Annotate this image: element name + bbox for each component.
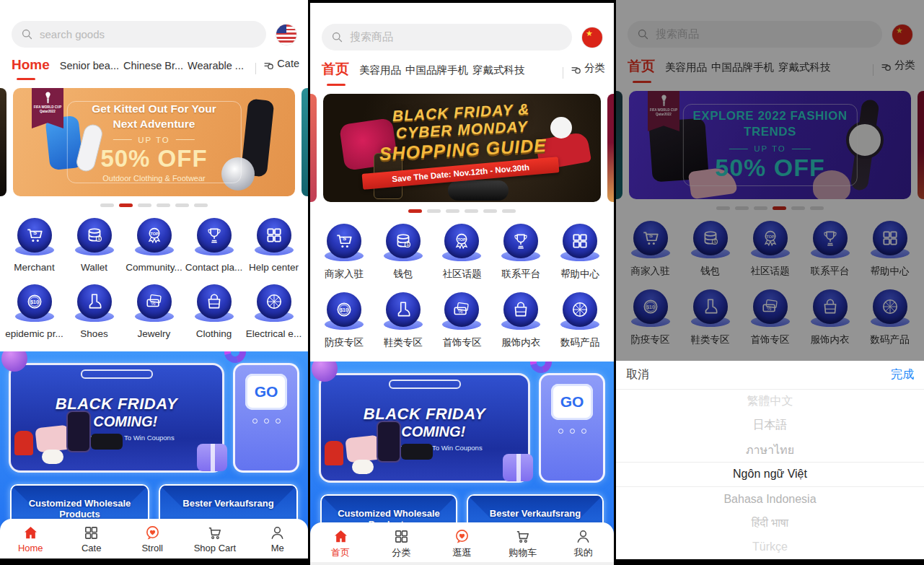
picker-done-button[interactable]: 完成 <box>891 367 914 382</box>
cn-flag-language-button[interactable] <box>892 25 912 45</box>
banner-upto: UP TO <box>113 136 195 144</box>
nav-tab-china-phones[interactable]: 中国品牌手机 <box>405 63 468 84</box>
search-input[interactable]: 搜索商品 <box>322 24 572 51</box>
tab-shop-cart[interactable]: Shop Cart <box>194 525 237 553</box>
vr-headset-image <box>448 180 509 201</box>
quick-entry-merchant[interactable]: Merchant <box>4 218 64 273</box>
quick-entry-electrical[interactable]: Electrical e... <box>244 284 304 339</box>
quick-entry-merchant[interactable]: 商家入驻 <box>314 224 374 281</box>
go-button[interactable]: GO <box>551 384 593 420</box>
tab-me[interactable]: 我的 <box>564 528 603 559</box>
quick-entry-jewelry[interactable]: 首饰专区 <box>740 289 800 346</box>
top-medal-icon <box>442 224 481 261</box>
quick-entry-jewelry[interactable]: 首饰专区 <box>433 292 492 349</box>
go-arcade-machine[interactable]: GO <box>539 373 605 483</box>
go-arcade-machine[interactable]: GO <box>233 363 299 473</box>
triple-screenshot-stage: search goods Home Senior bea... Chinese … <box>0 0 924 565</box>
quick-entry-clothing[interactable]: 服饰内衣 <box>491 292 550 349</box>
search-input[interactable]: 搜索商品 <box>628 21 882 48</box>
status-bar-gap <box>0 0 308 21</box>
nav-tab-wearable[interactable]: 穿戴式科技 <box>472 63 525 84</box>
nav-category-button[interactable]: 分类 <box>881 58 915 79</box>
quick-entry-help[interactable]: 帮助中心 <box>860 221 920 278</box>
quick-entry-contact[interactable]: 联系平台 <box>491 224 550 281</box>
quick-entry-wallet[interactable]: Wallet <box>64 218 124 273</box>
nav-tab-beauty[interactable]: 美容用品 <box>665 61 707 82</box>
quick-entry-jewelry[interactable]: Jewelry <box>124 284 184 339</box>
quick-entry-clothing[interactable]: 服饰内衣 <box>800 289 860 346</box>
nav-tab-home[interactable]: 首页 <box>628 57 655 83</box>
nav-tab-wearable[interactable]: 穿戴式科技 <box>778 61 831 82</box>
picker-cancel-button[interactable]: 取消 <box>626 367 649 382</box>
quick-entry-community[interactable]: Community... <box>124 218 184 273</box>
tab-stroll[interactable]: 逛逛 <box>442 528 481 559</box>
banner-outdoor-sale[interactable]: FIFA WORLD CUPQatar2022 Get Kitted Out F… <box>13 88 295 196</box>
home-icon <box>22 525 39 541</box>
nav-category-button[interactable]: 分类 <box>571 61 605 82</box>
quick-entry-shoes[interactable]: Shoes <box>64 284 124 339</box>
tab-cate[interactable]: Cate <box>72 525 111 553</box>
carousel-dots[interactable] <box>310 209 614 213</box>
handbag-icon <box>811 289 850 327</box>
nav-tab-home[interactable]: Home <box>12 57 50 80</box>
tab-me[interactable]: Me <box>258 525 297 553</box>
tab-category[interactable]: 分类 <box>382 528 421 559</box>
carousel-dots[interactable] <box>616 206 924 210</box>
cn-flag-language-button[interactable] <box>582 27 602 48</box>
device-home-bar <box>616 559 924 565</box>
quick-entry-help[interactable]: Help center <box>244 218 304 273</box>
cart-icon <box>206 525 223 541</box>
quick-entry-epidemic[interactable]: 防疫专区 <box>314 292 374 349</box>
nav-tab-china-phones[interactable]: 中国品牌手机 <box>711 61 774 82</box>
quick-entry-epidemic[interactable]: epidemic pr... <box>4 284 64 339</box>
quick-entry-contact[interactable]: 联系平台 <box>800 221 860 278</box>
nav-tab-home[interactable]: 首页 <box>322 60 349 86</box>
quick-entry-help[interactable]: 帮助中心 <box>550 224 610 281</box>
pink-bag-decoration <box>345 435 380 463</box>
search-placeholder: 搜索商品 <box>656 27 699 41</box>
quick-entry-wallet[interactable]: 钱包 <box>374 224 433 281</box>
language-option-hindi[interactable]: हिंदी भाषा <box>616 511 924 535</box>
us-flag-language-button[interactable] <box>276 25 296 45</box>
quick-entry-digital[interactable]: 数码产品 <box>860 289 920 346</box>
carousel-dots[interactable] <box>0 203 308 207</box>
tab-stroll[interactable]: Stroll <box>133 525 172 553</box>
banner-discount: 50% OFF <box>715 154 824 182</box>
quick-entry-merchant[interactable]: 商家入驻 <box>620 221 680 278</box>
quick-entry-community[interactable]: 社区话题 <box>740 221 800 278</box>
banner-black-friday-guide[interactable]: BLACK FRIDAY & CYBER MONDAY SHOPPING GUI… <box>323 94 601 202</box>
nav-tab-wearable[interactable]: Wearable ... <box>188 60 244 79</box>
carousel-prev-sliver <box>310 94 317 202</box>
quick-entry-epidemic[interactable]: 防疫专区 <box>620 289 680 346</box>
quick-entry-community[interactable]: 社区话题 <box>433 224 492 281</box>
go-button[interactable]: GO <box>245 374 287 410</box>
nav-tab-chinese-brand[interactable]: Chinese Br... <box>123 60 183 79</box>
quick-entry-contact[interactable]: Contact pla... <box>184 218 244 273</box>
banner-text-frame: EXPLORE 2022 FASHION TRENDS UP TO 50% OF… <box>682 104 857 186</box>
quick-entry-shoes[interactable]: 鞋类专区 <box>680 289 740 346</box>
language-option-traditional-chinese[interactable]: 繁體中文 <box>616 390 924 413</box>
quick-entry-clothing[interactable]: Clothing <box>184 284 244 339</box>
tab-home[interactable]: 首页 <box>321 528 360 559</box>
nav-tab-beauty[interactable]: 美容用品 <box>359 63 401 84</box>
top-medal-icon <box>751 221 790 258</box>
search-input[interactable]: search goods <box>12 21 266 48</box>
nav-tab-senior-beauty[interactable]: Senior bea... <box>60 60 119 79</box>
language-option-turkish[interactable]: Türkçe <box>616 535 924 559</box>
language-option-vietnamese-selected[interactable]: Ngôn ngữ Việt <box>616 462 924 487</box>
quick-entry-shoes[interactable]: 鞋类专区 <box>374 292 433 349</box>
language-option-thai[interactable]: ภาษาไทย <box>616 438 924 462</box>
quick-entry-grid: 商家入驻 钱包 社区话题 联系平台 帮助中心 防疫专区 鞋类专区 首饰专区 服饰… <box>314 224 610 349</box>
category-nav: 首页 美容用品 中国品牌手机 穿戴式科技 分类 <box>310 51 614 86</box>
language-option-japanese[interactable]: 日本語 <box>616 413 924 437</box>
nav-category-button[interactable]: Cate <box>263 58 299 76</box>
language-option-indonesian[interactable]: Bahasa Indonesia <box>616 487 924 511</box>
banner-fashion-trends[interactable]: FIFA WORLD CUPQatar2022 EXPLORE 2022 FAS… <box>629 91 911 199</box>
picker-header: 取消 完成 <box>616 361 924 390</box>
tab-home[interactable]: Home <box>11 525 50 553</box>
quick-entry-digital[interactable]: 数码产品 <box>550 292 610 349</box>
wallet-coins-icon <box>691 221 730 258</box>
quick-entry-wallet[interactable]: 钱包 <box>680 221 740 278</box>
tab-shop-cart[interactable]: 购物车 <box>503 528 542 559</box>
handbag-icon <box>195 284 234 322</box>
